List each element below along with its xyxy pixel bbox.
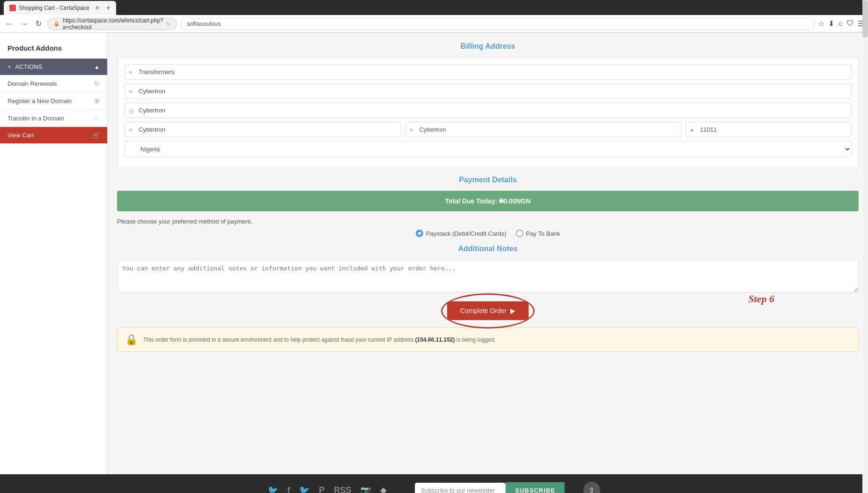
payment-option-paystack[interactable]: Paystack (Debit/Credit Cards): [416, 230, 507, 237]
zip-input[interactable]: [685, 122, 852, 137]
zip-field-wrapper: ●: [685, 122, 852, 137]
complete-order-wrapper: Step 6 Complete Order ▶: [117, 301, 859, 320]
plus-icon: +: [7, 63, 11, 70]
chevron-up-icon: ▲: [94, 64, 100, 70]
subscribe-button[interactable]: SUBSCRIBE: [506, 482, 565, 493]
security-lock-icon: 🔒: [125, 334, 138, 346]
pinterest-icon[interactable]: P: [319, 486, 324, 493]
sidebar-item-label: Domain Renewals: [7, 80, 57, 87]
rss-icon[interactable]: RSS: [334, 486, 351, 493]
total-label: Total Due Today:: [445, 197, 497, 205]
billing-section-title: Billing Address: [117, 42, 859, 51]
sidebar-item-label: Transfer in a Domain: [7, 115, 64, 122]
complete-order-label: Complete Order: [460, 307, 507, 314]
register-icon: ⊕: [94, 97, 100, 105]
state2-field-wrapper: ≡: [405, 122, 682, 137]
facebook-icon2[interactable]: f: [287, 486, 290, 493]
total-bar: Total Due Today: ₦0.00NGN: [117, 191, 859, 211]
newsletter-input[interactable]: [415, 483, 506, 493]
main-content: Billing Address ≡ ≡ ◎ ≡ ≡: [108, 33, 868, 474]
url-text: https://certaspace.com/whmcs/cart.php?a=…: [63, 17, 163, 30]
state-input[interactable]: [124, 122, 401, 137]
complete-order-icon: ▶: [510, 307, 515, 314]
github-icon[interactable]: ◆: [380, 485, 387, 493]
tab-title: Shopping Cart - CertaSpace: [19, 5, 89, 11]
city-icon: ◎: [129, 107, 134, 114]
zip-icon: ●: [690, 126, 694, 133]
total-amount: ₦0.00NGN: [499, 197, 530, 205]
twitter-icon[interactable]: 🐦: [299, 485, 309, 493]
sidebar-item-domain-renewals[interactable]: Domain Renewals ↻: [0, 75, 107, 92]
download-icon[interactable]: ⬇: [828, 19, 834, 28]
address1-icon: ≡: [129, 88, 132, 95]
scroll-top-button[interactable]: ⇧: [583, 482, 600, 493]
facebook-icon[interactable]: 🐦: [268, 485, 278, 493]
country-field-wrapper: Nigeria: [124, 141, 852, 157]
company-icon: ≡: [129, 68, 132, 75]
sidebar-active-label: View Cart: [7, 132, 34, 139]
actions-header[interactable]: + ACTIONS ▲: [0, 59, 107, 75]
actions-label: + ACTIONS: [7, 63, 42, 70]
sidebar-item-transfer-domain[interactable]: Transfer in a Domain →: [0, 110, 107, 127]
bank-label: Pay To Bank: [526, 230, 560, 237]
home-icon[interactable]: ⌂: [838, 19, 843, 28]
state-icon: ≡: [129, 126, 132, 133]
scrollbar-thumb[interactable]: [862, 0, 868, 37]
instagram-icon[interactable]: 📷: [360, 485, 371, 493]
transfer-icon: →: [93, 114, 100, 122]
forward-button[interactable]: →: [19, 20, 30, 28]
bank-radio[interactable]: [516, 230, 523, 237]
address1-field-wrapper: ≡: [124, 83, 852, 99]
tab-favicon: [9, 5, 16, 11]
payment-note: Please choose your preferred method of p…: [117, 218, 859, 225]
company-field-wrapper: ≡: [124, 64, 852, 80]
payment-section-title: Payment Details: [117, 176, 859, 184]
browser-tab[interactable]: Shopping Cart - CertaSpace ✕ +: [4, 1, 116, 15]
lock-icon: 🔒: [53, 21, 60, 27]
sidebar-item-label: Register a New Domain: [7, 97, 72, 105]
additional-notes-title: Additional Notes: [117, 245, 859, 253]
shield-icon[interactable]: 🛡: [846, 19, 854, 28]
footer: 🐦 f 🐦 P RSS 📷 ◆ SUBSCRIBE ⇧: [0, 474, 868, 493]
star-icon[interactable]: ☆: [818, 19, 824, 28]
back-button[interactable]: ←: [4, 20, 15, 28]
sidebar-title: Product Addons: [0, 37, 107, 59]
complete-order-button[interactable]: Complete Order ▶: [447, 301, 529, 320]
country-select[interactable]: Nigeria: [124, 141, 852, 157]
company-input[interactable]: [124, 64, 852, 80]
new-tab-icon[interactable]: +: [106, 4, 110, 12]
security-ip: (154.66.11.152): [415, 336, 455, 343]
sidebar-item-register-domain[interactable]: Register a New Domain ⊕: [0, 92, 107, 110]
city-field-wrapper: ◎: [124, 103, 852, 118]
billing-form: ≡ ≡ ◎ ≡ ≡ ●: [117, 57, 859, 168]
notes-textarea[interactable]: [117, 260, 859, 292]
sidebar: Product Addons + ACTIONS ▲ Domain Renewa…: [0, 33, 108, 474]
reload-button[interactable]: ↻: [34, 19, 44, 28]
paystack-label: Paystack (Debit/Credit Cards): [426, 230, 507, 237]
security-notice: 🔒 This order form is provided in a secur…: [117, 328, 859, 352]
additional-notes-section: [117, 260, 859, 294]
newsletter-wrapper: SUBSCRIBE: [415, 482, 565, 493]
sidebar-item-view-cart[interactable]: View Cart 🛒: [0, 127, 107, 143]
step6-label: Step 6: [748, 293, 774, 305]
state-zip-row: ≡ ≡ ●: [124, 122, 852, 137]
address-bar-row: ← → ↻ 🔒 https://certaspace.com/whmcs/car…: [0, 15, 868, 33]
payment-option-bank[interactable]: Pay To Bank: [516, 230, 560, 237]
state2-input[interactable]: [405, 122, 682, 137]
tab-bar: Shopping Cart - CertaSpace ✕ +: [0, 0, 868, 15]
city-input[interactable]: [124, 103, 852, 118]
refresh-icon[interactable]: ↻: [166, 21, 171, 27]
security-message: This order form is provided in a secure …: [143, 336, 496, 343]
cart-icon: 🛒: [92, 132, 100, 139]
state-field-wrapper: ≡: [124, 122, 401, 137]
paystack-radio[interactable]: [416, 230, 423, 237]
search-input[interactable]: [181, 18, 815, 30]
renewals-icon: ↻: [94, 80, 100, 87]
toolbar-icons: ☆ ⬇ ⌂ 🛡 ☰: [818, 19, 864, 28]
state2-icon: ≡: [410, 126, 413, 133]
tab-close-icon[interactable]: ✕: [95, 5, 100, 11]
scrollbar-track[interactable]: [862, 0, 868, 493]
payment-options: Paystack (Debit/Credit Cards) Pay To Ban…: [117, 230, 859, 237]
address1-input[interactable]: [124, 83, 852, 99]
address-bar[interactable]: 🔒 https://certaspace.com/whmcs/cart.php?…: [47, 18, 177, 30]
